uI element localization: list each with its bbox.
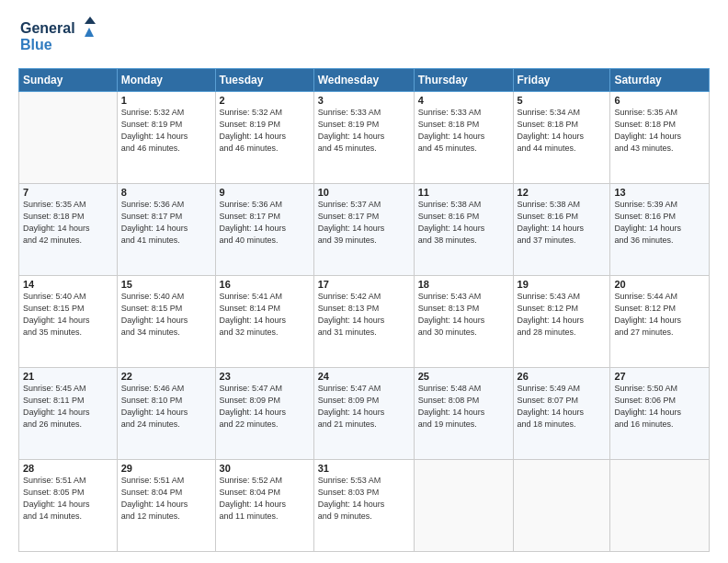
day-number: 5 [518, 95, 607, 106]
calendar-cell: 5Sunrise: 5:34 AMSunset: 8:18 PMDaylight… [513, 92, 610, 184]
svg-marker-3 [85, 28, 94, 37]
logo-svg: General Blue [18, 15, 101, 61]
day-number: 22 [121, 371, 211, 382]
day-info: Sunrise: 5:48 AMSunset: 8:08 PMDaylight:… [418, 383, 509, 431]
day-number: 29 [121, 463, 211, 474]
calendar-cell: 29Sunrise: 5:51 AMSunset: 8:04 PMDayligh… [117, 460, 215, 552]
day-info: Sunrise: 5:52 AMSunset: 8:04 PMDaylight:… [220, 475, 310, 523]
day-number: 3 [318, 95, 410, 106]
calendar-cell: 11Sunrise: 5:38 AMSunset: 8:16 PMDayligh… [414, 184, 513, 276]
day-info: Sunrise: 5:38 AMSunset: 8:16 PMDaylight:… [518, 199, 607, 247]
calendar-cell: 24Sunrise: 5:47 AMSunset: 8:09 PMDayligh… [313, 368, 414, 460]
header: General Blue [18, 15, 710, 61]
svg-marker-4 [85, 17, 96, 24]
day-number: 18 [418, 279, 509, 290]
day-info: Sunrise: 5:47 AMSunset: 8:09 PMDaylight:… [318, 383, 410, 431]
calendar-cell: 28Sunrise: 5:51 AMSunset: 8:05 PMDayligh… [19, 460, 118, 552]
day-info: Sunrise: 5:41 AMSunset: 8:14 PMDaylight:… [220, 291, 310, 339]
calendar-week-row: 1Sunrise: 5:32 AMSunset: 8:19 PMDaylight… [19, 92, 710, 184]
day-info: Sunrise: 5:47 AMSunset: 8:09 PMDaylight:… [220, 383, 310, 431]
calendar-week-row: 7Sunrise: 5:35 AMSunset: 8:18 PMDaylight… [19, 184, 710, 276]
day-info: Sunrise: 5:32 AMSunset: 8:19 PMDaylight:… [220, 107, 310, 155]
day-number: 4 [418, 95, 509, 106]
day-info: Sunrise: 5:44 AMSunset: 8:12 PMDaylight:… [614, 291, 705, 339]
day-number: 8 [121, 187, 211, 198]
calendar-cell: 20Sunrise: 5:44 AMSunset: 8:12 PMDayligh… [610, 276, 710, 368]
calendar-header-row: SundayMondayTuesdayWednesdayThursdayFrid… [19, 69, 710, 92]
calendar-cell: 23Sunrise: 5:47 AMSunset: 8:09 PMDayligh… [215, 368, 313, 460]
weekday-header: Saturday [610, 69, 710, 92]
day-info: Sunrise: 5:34 AMSunset: 8:18 PMDaylight:… [518, 107, 607, 155]
weekday-header: Thursday [414, 69, 513, 92]
calendar-week-row: 14Sunrise: 5:40 AMSunset: 8:15 PMDayligh… [19, 276, 710, 368]
calendar-cell: 17Sunrise: 5:42 AMSunset: 8:13 PMDayligh… [313, 276, 414, 368]
day-info: Sunrise: 5:38 AMSunset: 8:16 PMDaylight:… [418, 199, 509, 247]
calendar-cell: 15Sunrise: 5:40 AMSunset: 8:15 PMDayligh… [117, 276, 215, 368]
calendar-cell: 10Sunrise: 5:37 AMSunset: 8:17 PMDayligh… [313, 184, 414, 276]
day-number: 1 [121, 95, 211, 106]
day-number: 23 [220, 371, 310, 382]
day-number: 15 [121, 279, 211, 290]
day-number: 31 [318, 463, 410, 474]
calendar-cell: 22Sunrise: 5:46 AMSunset: 8:10 PMDayligh… [117, 368, 215, 460]
calendar-cell: 1Sunrise: 5:32 AMSunset: 8:19 PMDaylight… [117, 92, 215, 184]
calendar-cell [610, 460, 710, 552]
day-info: Sunrise: 5:36 AMSunset: 8:17 PMDaylight:… [220, 199, 310, 247]
calendar-week-row: 21Sunrise: 5:45 AMSunset: 8:11 PMDayligh… [19, 368, 710, 460]
calendar-cell: 4Sunrise: 5:33 AMSunset: 8:18 PMDaylight… [414, 92, 513, 184]
day-info: Sunrise: 5:37 AMSunset: 8:17 PMDaylight:… [318, 199, 410, 247]
calendar-week-row: 28Sunrise: 5:51 AMSunset: 8:05 PMDayligh… [19, 460, 710, 552]
calendar-cell: 7Sunrise: 5:35 AMSunset: 8:18 PMDaylight… [19, 184, 118, 276]
day-number: 10 [318, 187, 410, 198]
calendar-table: SundayMondayTuesdayWednesdayThursdayFrid… [18, 68, 710, 552]
calendar-cell: 6Sunrise: 5:35 AMSunset: 8:18 PMDaylight… [610, 92, 710, 184]
calendar-cell: 14Sunrise: 5:40 AMSunset: 8:15 PMDayligh… [19, 276, 118, 368]
day-info: Sunrise: 5:35 AMSunset: 8:18 PMDaylight:… [23, 199, 113, 247]
day-info: Sunrise: 5:46 AMSunset: 8:10 PMDaylight:… [121, 383, 211, 431]
day-number: 26 [518, 371, 607, 382]
day-number: 12 [518, 187, 607, 198]
day-info: Sunrise: 5:50 AMSunset: 8:06 PMDaylight:… [614, 383, 705, 431]
day-info: Sunrise: 5:43 AMSunset: 8:12 PMDaylight:… [518, 291, 607, 339]
calendar-cell: 18Sunrise: 5:43 AMSunset: 8:13 PMDayligh… [414, 276, 513, 368]
day-info: Sunrise: 5:32 AMSunset: 8:19 PMDaylight:… [121, 107, 211, 155]
logo: General Blue [18, 15, 101, 61]
day-number: 25 [418, 371, 509, 382]
day-number: 20 [614, 279, 705, 290]
page: General Blue SundayMondayTuesdayWednesda… [0, 0, 728, 563]
calendar-cell: 31Sunrise: 5:53 AMSunset: 8:03 PMDayligh… [313, 460, 414, 552]
day-info: Sunrise: 5:51 AMSunset: 8:05 PMDaylight:… [23, 475, 113, 523]
day-number: 30 [220, 463, 310, 474]
day-number: 27 [614, 371, 705, 382]
day-number: 2 [220, 95, 310, 106]
day-info: Sunrise: 5:49 AMSunset: 8:07 PMDaylight:… [518, 383, 607, 431]
calendar-cell [513, 460, 610, 552]
day-info: Sunrise: 5:45 AMSunset: 8:11 PMDaylight:… [23, 383, 113, 431]
calendar-cell: 3Sunrise: 5:33 AMSunset: 8:19 PMDaylight… [313, 92, 414, 184]
calendar-cell: 2Sunrise: 5:32 AMSunset: 8:19 PMDaylight… [215, 92, 313, 184]
calendar-cell: 8Sunrise: 5:36 AMSunset: 8:17 PMDaylight… [117, 184, 215, 276]
day-info: Sunrise: 5:40 AMSunset: 8:15 PMDaylight:… [121, 291, 211, 339]
day-number: 16 [220, 279, 310, 290]
day-number: 28 [23, 463, 113, 474]
day-info: Sunrise: 5:39 AMSunset: 8:16 PMDaylight:… [614, 199, 705, 247]
day-number: 24 [318, 371, 410, 382]
day-info: Sunrise: 5:42 AMSunset: 8:13 PMDaylight:… [318, 291, 410, 339]
day-number: 21 [23, 371, 113, 382]
day-number: 13 [614, 187, 705, 198]
calendar-cell: 9Sunrise: 5:36 AMSunset: 8:17 PMDaylight… [215, 184, 313, 276]
day-info: Sunrise: 5:33 AMSunset: 8:18 PMDaylight:… [418, 107, 509, 155]
day-info: Sunrise: 5:40 AMSunset: 8:15 PMDaylight:… [23, 291, 113, 339]
day-info: Sunrise: 5:35 AMSunset: 8:18 PMDaylight:… [614, 107, 705, 155]
day-number: 19 [518, 279, 607, 290]
day-info: Sunrise: 5:53 AMSunset: 8:03 PMDaylight:… [318, 475, 410, 523]
svg-text:Blue: Blue [20, 37, 52, 52]
calendar-cell: 19Sunrise: 5:43 AMSunset: 8:12 PMDayligh… [513, 276, 610, 368]
weekday-header: Wednesday [313, 69, 414, 92]
weekday-header: Sunday [19, 69, 118, 92]
day-number: 7 [23, 187, 113, 198]
weekday-header: Tuesday [215, 69, 313, 92]
calendar-cell: 21Sunrise: 5:45 AMSunset: 8:11 PMDayligh… [19, 368, 118, 460]
calendar-cell [414, 460, 513, 552]
day-info: Sunrise: 5:33 AMSunset: 8:19 PMDaylight:… [318, 107, 410, 155]
